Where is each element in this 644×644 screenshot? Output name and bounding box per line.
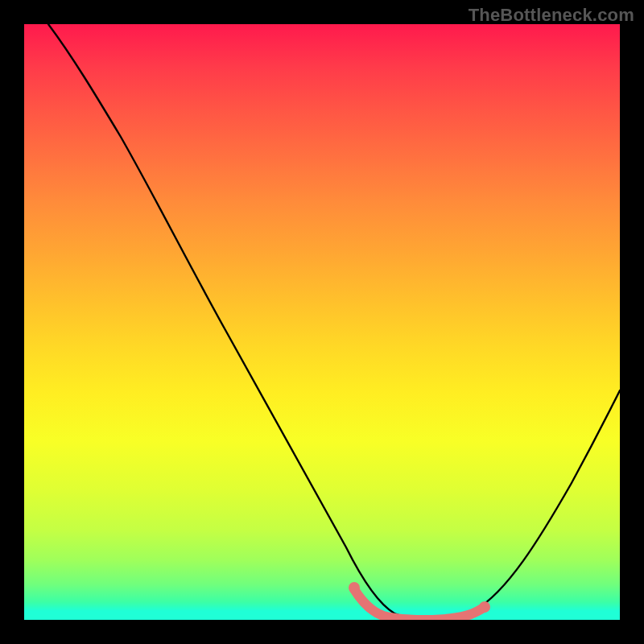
watermark-text: TheBottleneck.com	[469, 5, 634, 26]
highlight-dot-end	[479, 601, 490, 613]
plot-area	[24, 24, 620, 620]
bottleneck-curve	[48, 24, 620, 618]
highlight-dot-start	[349, 582, 360, 593]
chart-svg	[24, 24, 620, 620]
